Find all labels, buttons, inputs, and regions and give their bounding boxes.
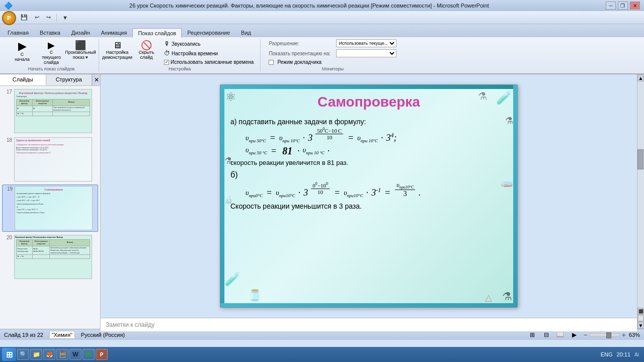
hide-slide-button[interactable]: 🚫 Скрытьслайд [132,39,160,61]
use-timings-check-icon: ✓ [164,60,169,65]
equals-1: = [270,133,275,143]
from-start-button[interactable]: ▶ Сначала [8,39,36,63]
slide-item-20[interactable]: 20 Изучаемый фактор / Используемые вещес… [2,234,98,280]
v-sub-50: υпри 50°С [246,134,266,143]
setup-show-label: Настройкадемонстрации [102,50,132,60]
notes-placeholder[interactable]: Заметки к слайду [106,321,154,328]
slide-thumb-20: Изучаемый фактор / Используемые вещества… [14,235,92,279]
presenter-checkbox[interactable] [269,60,274,65]
main-content-area: ⚛ ⚗ 🧪 ⚗ 🧪 🫙 △ ⚗ 🧫 ⚗ 🔬 Самопроверка а) по… [101,74,637,329]
chem-deco-flask3: 🫙 [248,289,262,302]
show-desktop-button[interactable]: Ai [634,352,639,357]
record-button[interactable]: 🎙 Звукозапись [162,39,256,48]
theme-tag[interactable]: "Химия" [49,331,75,339]
taskbar-firefox[interactable]: 🦊 [43,349,55,360]
taskbar-whatsapp[interactable]: W [83,349,95,360]
language[interactable]: Русский (Россия) [81,332,125,338]
tab-slides[interactable]: Слайды [0,74,46,85]
tab-outline[interactable]: Структура [46,74,93,85]
separator [56,14,57,22]
restore-button[interactable]: ❐ [618,2,628,10]
zoom-slider[interactable] [590,333,620,336]
from-start-label: Сначала [15,52,30,62]
minimize-button[interactable]: ─ [606,2,616,10]
tab-review[interactable]: Рецензирование [182,28,235,37]
zoom-level[interactable]: 63% [629,332,640,338]
slide-item-19[interactable]: 19 Самопроверка а) подставить данные зад… [2,185,98,232]
presenter-row: Режим докладчика [269,59,396,65]
v-sub-10d: υпри10°С [276,189,295,198]
timing-label: Настройка времени [172,51,218,56]
dot-3: · [297,146,300,156]
slide-number-20: 20 [3,235,12,240]
from-current-icon: ▶ [48,41,55,50]
show-on-label: Показать презентацию на: [269,51,334,56]
show-on-select[interactable] [336,49,396,57]
reading-view-button[interactable]: 📖 [555,331,566,339]
setup-show-icon: 🖥 [113,41,122,50]
ribbon-content: ▶ Сначала ▶ С текущегослайда ⬛ Произволь… [0,37,644,74]
vertical-scrollbar[interactable]: ▲ ⬛ ⬜ ▼ [637,74,644,329]
from-current-button[interactable]: ▶ С текущегослайда [37,39,65,66]
result-b: Скорость реакции уменьшится в 3 раза. [230,202,507,210]
v-sub-10c: υпри 10 °С [303,146,325,155]
border-right [513,85,517,307]
fit-button2[interactable]: ⬜ [637,315,644,322]
slide-sorter-button[interactable]: ⊟ [541,331,551,339]
taskbar-powerpoint[interactable]: P [96,349,108,360]
scroll-down-button[interactable]: ▼ [637,322,644,329]
taskbar-word[interactable]: W [69,349,82,360]
office-button[interactable]: P [2,11,16,25]
taskbar-calc[interactable]: 🧮 [56,349,68,360]
slideshow-view-button[interactable]: ▶ [570,331,580,339]
undo-button[interactable]: ↩ [32,13,42,22]
tab-view[interactable]: Вид [235,28,257,37]
slide-number-17: 17 [3,89,12,95]
redo-button[interactable]: ↪ [44,13,53,22]
start-button[interactable]: ⊞ [2,348,16,361]
slide-thumb-17: Изучаемый фактор / Используемые вещества… [14,89,92,133]
tray-lang: ENG [601,351,613,357]
chem-deco-5: ⚗ [502,290,512,303]
equals-b3: = [385,188,390,198]
formula-a1: υпри 50°С = υпри 10°С · 3 500C−10 C 10 =… [246,130,507,143]
tab-slideshow[interactable]: Показ слайдов [132,28,182,38]
group-settings-label: Настройка [99,66,260,71]
tab-insert[interactable]: Вставка [34,28,66,37]
fit-button[interactable]: ⬛ [637,308,644,315]
panel-close-button[interactable]: ✕ [92,74,100,85]
formula-b1: υпри0°С = υпри10°С · 3 00−100 10 = υпри1… [246,182,507,198]
taskbar-explorer[interactable]: 📁 [30,349,42,360]
tab-home[interactable]: Главная [2,28,34,37]
equals-b1: = [267,188,272,198]
tab-animation[interactable]: Анимация [96,28,133,37]
v-sub-10b: υпри 10°С [357,134,378,143]
use-timings-checkbox[interactable]: ✓ Использовать записанные времена [162,58,256,66]
scroll-thumb[interactable] [637,149,643,169]
custom-show-button[interactable]: ⬛ Произвольныйпоказ ▾ [66,39,95,61]
normal-view-button[interactable]: ⊞ [527,331,537,339]
slides-list: 17 Изучаемый фактор / Используемые вещес… [0,86,100,329]
qat-dropdown-button[interactable]: ▼ [60,14,70,22]
dot-1: · [303,133,305,143]
slide-item-17[interactable]: 17 Изучаемый фактор / Используемые вещес… [2,88,98,134]
close-button[interactable]: ✕ [630,2,640,10]
timing-button[interactable]: ⏱ Настройка времени [162,49,256,58]
zoom-minus-button[interactable]: − [584,331,588,339]
taskbar-search[interactable]: 🔍 [17,349,29,360]
save-button[interactable]: 💾 [18,13,30,22]
resolution-select[interactable]: Использовать текуще... [336,39,396,47]
ribbon-group-settings: 🖥 Настройкадемонстрации 🚫 Скрытьслайд 🎙 … [99,39,261,71]
hide-slide-icon: 🚫 [141,41,152,50]
scroll-up-button[interactable]: ▲ [637,74,644,81]
zoom-plus-button[interactable]: + [622,331,626,339]
zoom-thumb[interactable] [606,332,611,338]
system-tray: ENG 20:11 Ai [601,351,642,357]
tab-design[interactable]: Дизайн [66,28,96,37]
v-sub-10e: υпри10°С [344,189,363,198]
group-monitors-label: Мониторы [261,66,405,71]
resolution-row: Разрешение: Использовать текуще... [269,39,396,47]
slide-item-18[interactable]: 18 Задача на применение знаний • Определ… [2,136,98,183]
fraction-a: 500C−10 C 10 [315,127,343,140]
setup-show-button[interactable]: 🖥 Настройкадемонстрации [103,39,131,61]
